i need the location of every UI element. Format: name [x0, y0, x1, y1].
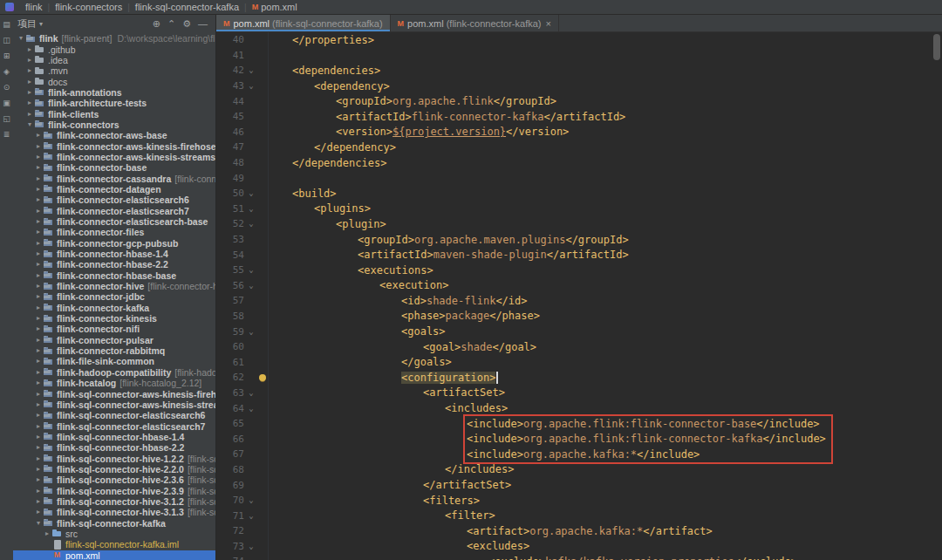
chevron-collapsed-icon[interactable]: ▸	[25, 109, 34, 120]
chevron-collapsed-icon[interactable]: ▸	[34, 270, 43, 281]
tree-row[interactable]: ▸flink-sql-connector-aws-kinesis-streams	[13, 400, 215, 410]
structure-icon[interactable]: ⊞	[3, 52, 10, 60]
tree-row[interactable]: ▸flink-hcatalog[flink-hcatalog_2.12]	[13, 378, 215, 388]
chevron-collapsed-icon[interactable]: ▸	[34, 367, 43, 378]
tree-row[interactable]: ▸src	[13, 529, 215, 539]
chevron-collapsed-icon[interactable]: ▸	[25, 87, 34, 98]
tree-row[interactable]: ▾flink-connectors	[13, 120, 215, 130]
fold-icon[interactable]: ⌄	[246, 496, 256, 504]
chevron-collapsed-icon[interactable]: ▸	[43, 529, 51, 539]
tree-row[interactable]: ▸flink-sql-connector-hive-3.1.3[flink-sq…	[13, 507, 215, 517]
chevron-collapsed-icon[interactable]: ▸	[34, 184, 43, 195]
intention-bulb-icon[interactable]	[256, 370, 269, 386]
tree-row[interactable]: ▸flink-connector-hbase-base	[13, 270, 215, 281]
tree-row[interactable]: ▸flink-connector-jdbc	[13, 291, 215, 302]
tree-row[interactable]: ▸flink-sql-connector-hbase-1.4	[13, 432, 215, 442]
chevron-collapsed-icon[interactable]: ▸	[34, 378, 43, 388]
editor-scrollbar-thumb[interactable]	[933, 34, 940, 60]
fold-icon[interactable]: ⌄	[246, 512, 256, 520]
chevron-collapsed-icon[interactable]: ▸	[34, 475, 43, 485]
tree-row[interactable]: Mpom.xml	[13, 550, 215, 560]
tree-row[interactable]: ▸flink-sql-connector-elasticsearch6	[13, 410, 215, 420]
fold-icon[interactable]: ⌄	[246, 82, 256, 90]
chevron-collapsed-icon[interactable]: ▸	[34, 162, 43, 173]
chevron-expanded-icon[interactable]: ▾	[34, 518, 43, 529]
tree-row[interactable]: ▸flink-connector-hive[flink-connector-hi…	[13, 281, 215, 291]
chevron-collapsed-icon[interactable]: ▸	[34, 313, 43, 324]
hide-panel-icon[interactable]: —	[198, 19, 208, 29]
tree-row[interactable]: ▸flink-connector-elasticsearch7	[13, 206, 215, 216]
editor-tab[interactable]: Mpom.xml(flink-connector-kafka)×	[391, 15, 559, 31]
tree-row[interactable]: ▸flink-connector-datagen	[13, 184, 215, 195]
tree-row[interactable]: ▸flink-connector-aws-base	[13, 130, 215, 140]
chevron-collapsed-icon[interactable]: ▸	[34, 486, 43, 496]
tree-row[interactable]: ▾flink-sql-connector-kafka	[13, 517, 215, 528]
tree-row[interactable]: ▸flink-hadoop-compatibility[flink-hadoop…	[13, 367, 215, 378]
project-icon[interactable]: ▤	[3, 21, 10, 29]
commit-icon[interactable]: ◫	[3, 37, 10, 44]
tree-row[interactable]: ▸flink-connector-elasticsearch-base	[13, 216, 215, 227]
tree-row[interactable]: ▸.idea	[13, 55, 215, 65]
tree-row[interactable]: flink-sql-connector-kafka.iml	[13, 539, 215, 550]
chevron-collapsed-icon[interactable]: ▸	[34, 335, 43, 345]
chevron-collapsed-icon[interactable]: ▸	[34, 259, 43, 270]
tree-row[interactable]: ▸flink-connector-hbase-1.4	[13, 249, 215, 259]
tree-row[interactable]: ▸docs	[13, 76, 215, 86]
tree-row[interactable]: ▸flink-architecture-tests	[13, 98, 215, 108]
tree-row[interactable]: ▸flink-sql-connector-hive-2.3.9[flink-sq…	[13, 485, 215, 495]
problems-icon[interactable]: ◱	[3, 115, 10, 123]
chevron-expanded-icon[interactable]: ▾	[25, 120, 34, 130]
chevron-collapsed-icon[interactable]: ▸	[34, 141, 43, 152]
fold-icon[interactable]: ⌄	[246, 266, 256, 274]
tree-row[interactable]: ▸flink-connector-hbase-2.2	[13, 259, 215, 270]
chevron-collapsed-icon[interactable]: ▸	[34, 303, 43, 313]
services-icon[interactable]: ≣	[3, 131, 10, 139]
tree-row[interactable]: ▸flink-connector-rabbitmq	[13, 345, 215, 356]
chevron-collapsed-icon[interactable]: ▸	[34, 345, 43, 356]
chevron-collapsed-icon[interactable]: ▸	[25, 65, 34, 76]
breadcrumb-item[interactable]: flink-sql-connector-kafka	[130, 2, 244, 12]
chevron-collapsed-icon[interactable]: ▸	[34, 249, 43, 259]
tree-row[interactable]: ▸flink-sql-connector-aws-kinesis-firehos…	[13, 388, 215, 399]
fold-icon[interactable]: ⌄	[246, 189, 256, 197]
tree-row[interactable]: ▾flink[flink-parent]D:\workspace\learnin…	[13, 33, 215, 44]
run-icon[interactable]: ▣	[3, 99, 10, 107]
ide-logo-icon[interactable]	[5, 3, 14, 11]
chevron-collapsed-icon[interactable]: ▸	[34, 464, 43, 475]
tree-row[interactable]: ▸flink-connector-pulsar	[13, 335, 215, 345]
tree-row[interactable]: ▸flink-sql-connector-hive-2.2.0[flink-sq…	[13, 464, 215, 475]
tree-row[interactable]: ▸flink-annotations	[13, 87, 215, 98]
tree-row[interactable]: ▸flink-connector-nifi	[13, 324, 215, 334]
fold-icon[interactable]: ⌄	[246, 282, 256, 290]
chevron-collapsed-icon[interactable]: ▸	[25, 44, 34, 55]
chevron-collapsed-icon[interactable]: ▸	[34, 324, 43, 334]
bookmarks-icon[interactable]: ◈	[3, 68, 10, 76]
tree-row[interactable]: ▸flink-file-sink-common	[13, 356, 215, 366]
chevron-collapsed-icon[interactable]: ▸	[34, 454, 43, 464]
tree-row[interactable]: ▸flink-connector-kinesis	[13, 313, 215, 324]
tree-row[interactable]: ▸flink-connector-cassandra[flink-connect…	[13, 173, 215, 183]
chevron-collapsed-icon[interactable]: ▸	[34, 496, 43, 507]
chevron-collapsed-icon[interactable]: ▸	[25, 98, 34, 108]
chevron-collapsed-icon[interactable]: ▸	[34, 227, 43, 237]
tree-row[interactable]: ▸flink-sql-connector-hive-1.2.2[flink-sq…	[13, 453, 215, 463]
chevron-collapsed-icon[interactable]: ▸	[34, 389, 43, 400]
tree-row[interactable]: ▸flink-connector-elasticsearch6	[13, 195, 215, 205]
chevron-collapsed-icon[interactable]: ▸	[34, 195, 43, 205]
tree-row[interactable]: ▸.github	[13, 44, 215, 54]
breadcrumb-item[interactable]: flink	[20, 2, 48, 12]
search-icon[interactable]: ⊙	[3, 84, 10, 92]
fold-icon[interactable]: ⌄	[246, 220, 256, 228]
tree-row[interactable]: ▸flink-connector-base	[13, 162, 215, 173]
fold-icon[interactable]: ⌄	[246, 205, 256, 213]
chevron-collapsed-icon[interactable]: ▸	[34, 432, 43, 442]
fold-icon[interactable]: ⌄	[246, 543, 256, 550]
fold-icon[interactable]: ⌄	[246, 405, 256, 413]
chevron-collapsed-icon[interactable]: ▸	[25, 55, 34, 65]
tree-row[interactable]: ▸flink-connector-aws-kinesis-firehose	[13, 140, 215, 151]
tree-row[interactable]: ▸flink-sql-connector-hive-3.1.2[flink-sq…	[13, 496, 215, 507]
tree-row[interactable]: ▸flink-connector-kafka	[13, 303, 215, 313]
fold-icon[interactable]: ⌄	[246, 328, 256, 336]
close-icon[interactable]: ×	[546, 18, 551, 29]
editor-tab[interactable]: Mpom.xml(flink-sql-connector-kafka)	[216, 15, 391, 31]
